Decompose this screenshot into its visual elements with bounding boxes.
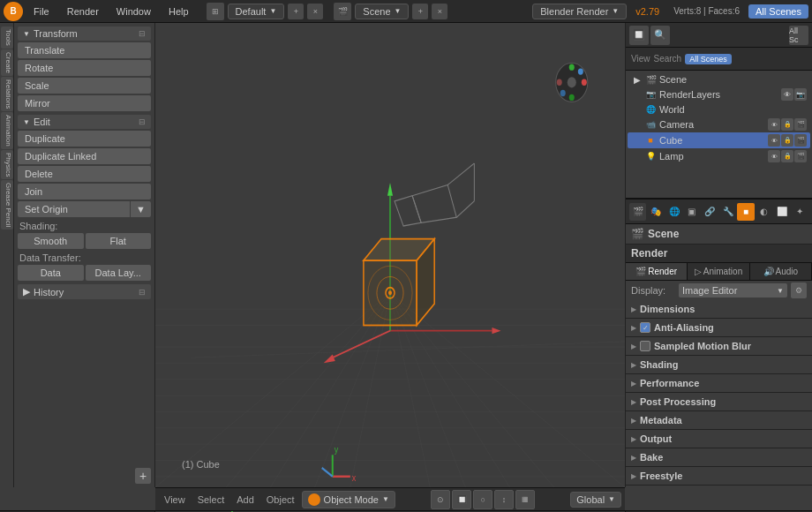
side-tab-tools[interactable]: Tools — [1, 26, 13, 49]
scale-button[interactable]: Scale — [18, 78, 151, 94]
prop-constraints-icon[interactable]: 🔗 — [702, 203, 718, 221]
mirror-button[interactable]: Mirror — [18, 95, 151, 111]
prop-render-icon[interactable]: 🎬 — [629, 203, 646, 221]
duplicate-button[interactable]: Duplicate — [18, 131, 151, 147]
bake-header[interactable]: ▶ Bake — [626, 448, 812, 466]
side-tab-animation[interactable]: Animation — [1, 112, 13, 149]
menu-render[interactable]: Render — [60, 4, 106, 19]
prop-data-icon[interactable]: ■ — [737, 203, 754, 221]
cube-restrict[interactable]: 🔒 — [781, 134, 793, 147]
edit-section-header[interactable]: ▼ Edit ⊟ — [18, 115, 151, 129]
rotate-button[interactable]: Rotate — [18, 60, 151, 76]
render-tab-render[interactable]: 🎬 Render — [626, 263, 688, 280]
transform-section-header[interactable]: ▼ Transform ⊟ — [18, 26, 151, 41]
lamp-render[interactable]: 🎬 — [794, 150, 807, 162]
lamp-eye[interactable]: 👁 — [768, 150, 780, 162]
transform-selector[interactable]: Global ▼ — [570, 492, 621, 508]
history-arrow: ▶ — [23, 286, 30, 297]
motion-blur-header[interactable]: ▶ Sampled Motion Blur — [626, 337, 812, 355]
prop-object-icon[interactable]: ▣ — [683, 203, 700, 221]
scene-camera-icon: 🎬 — [646, 75, 657, 85]
join-button[interactable]: Join — [18, 184, 151, 200]
translate-button[interactable]: Translate — [18, 42, 151, 58]
metadata-header[interactable]: ▶ Metadata — [626, 411, 812, 429]
all-scenes-label[interactable]: All Scenes — [685, 54, 732, 64]
scene-remove-btn[interactable]: × — [432, 4, 447, 19]
lamp-restrict[interactable]: 🔒 — [781, 150, 793, 162]
prop-world-icon[interactable]: 🌐 — [665, 203, 682, 221]
camera-render[interactable]: 🎬 — [794, 118, 807, 131]
menu-window[interactable]: Window — [109, 4, 158, 19]
anti-aliasing-header[interactable]: ▶ ✓ Anti-Aliasing — [626, 319, 812, 336]
side-tab-relations[interactable]: Relations — [1, 77, 13, 111]
smooth-button[interactable]: Smooth — [18, 233, 84, 249]
data-button[interactable]: Data — [18, 265, 84, 281]
engine-selector[interactable]: Blender Render ▼ — [532, 4, 627, 19]
anti-aliasing-checkbox[interactable]: ✓ — [640, 322, 650, 333]
side-tab-create[interactable]: Create — [1, 49, 13, 76]
workspace-selector[interactable]: Default ▼ — [228, 4, 285, 19]
menu-file[interactable]: File — [26, 4, 56, 19]
proportional-btn[interactable]: ○ — [473, 490, 492, 509]
outliner-scene-btn[interactable]: All Sc — [789, 26, 808, 45]
duplicate-linked-button[interactable]: Duplicate Linked — [18, 148, 151, 164]
cube-icon: ■ — [644, 136, 657, 145]
dimensions-header[interactable]: ▶ Dimensions — [626, 300, 812, 318]
outliner-cube[interactable]: ■ Cube 👁 🔒 🎬 — [628, 132, 810, 148]
render-tab-animation[interactable]: ▷ Animation — [688, 263, 749, 280]
view-menu-btn[interactable]: View — [159, 493, 191, 507]
render-tab-icon: 🎬 — [635, 267, 646, 276]
outliner-camera[interactable]: 📹 Camera 👁 🔒 🎬 — [628, 117, 810, 132]
side-tab-physics[interactable]: Physics — [1, 150, 13, 180]
prop-texture-icon[interactable]: ⬜ — [773, 203, 790, 221]
performance-header[interactable]: ▶ Performance — [626, 374, 812, 392]
shading-header[interactable]: ▶ Shading — [626, 356, 812, 373]
delete-button[interactable]: Delete — [18, 166, 151, 182]
set-origin-button[interactable]: Set Origin — [18, 201, 130, 217]
flat-button[interactable]: Flat — [86, 233, 152, 249]
render-tab-audio[interactable]: 🔊 Audio — [750, 263, 812, 280]
side-tab-grease-pencil[interactable]: Grease Pencil — [1, 180, 13, 230]
renderlayers-cam[interactable]: 📷 — [794, 88, 807, 101]
prop-particles-icon[interactable]: ✦ — [792, 203, 808, 221]
menu-help[interactable]: Help — [162, 4, 196, 19]
display-select[interactable]: Image Editor ▼ — [679, 283, 787, 297]
prop-scene-icon[interactable]: 🎭 — [647, 203, 664, 221]
outliner-search-btn[interactable]: 🔍 — [650, 26, 670, 45]
scene-selector[interactable]: Scene ▼ — [355, 4, 409, 19]
outliner-scene[interactable]: ▶ 🎬 Scene — [628, 72, 810, 87]
snap-btn[interactable]: 🔲 — [452, 490, 471, 509]
freestyle-header[interactable]: ▶ Freestyle — [626, 467, 812, 485]
history-section-header[interactable]: ▶ History ⊟ — [18, 284, 151, 299]
cube-eye[interactable]: 👁 — [768, 134, 780, 147]
select-menu-btn[interactable]: Select — [192, 493, 230, 507]
outliner-renderlayers[interactable]: 📷 RenderLayers 👁 📷 — [628, 87, 810, 102]
data-lay-button[interactable]: Data Lay... — [86, 265, 152, 281]
prop-material-icon[interactable]: ◐ — [756, 203, 772, 221]
workspace-add-btn[interactable]: + — [288, 4, 304, 19]
camera-eye[interactable]: 👁 — [768, 118, 780, 131]
add-menu-btn[interactable]: Add — [231, 493, 259, 507]
output-header[interactable]: ▶ Output — [626, 430, 812, 448]
add-panel-button[interactable]: + — [135, 468, 151, 484]
workspace-remove-btn[interactable]: × — [307, 4, 323, 19]
outliner-view-btn[interactable]: 🔲 — [629, 26, 649, 45]
camera-restrict[interactable]: 🔒 — [781, 118, 793, 131]
motion-blur-checkbox[interactable] — [640, 341, 650, 351]
mode-selector[interactable]: Object Mode ▼ — [302, 491, 395, 508]
layers-btn[interactable]: ▦ — [515, 490, 535, 509]
all-scenes-button[interactable]: All Scenes — [748, 4, 808, 19]
scene-add-btn[interactable]: + — [412, 4, 428, 19]
manipulator-btn[interactable]: ↕ — [494, 490, 514, 509]
outliner-lamp[interactable]: 💡 Lamp 👁 🔒 🎬 — [628, 148, 810, 164]
cube-render[interactable]: 🎬 — [794, 134, 807, 147]
set-origin-dropdown[interactable]: ▼ — [130, 201, 151, 217]
outliner-world[interactable]: 🌐 World — [628, 102, 810, 117]
object-menu-btn[interactable]: Object — [261, 493, 300, 507]
renderlayers-eye[interactable]: 👁 — [781, 88, 793, 101]
display-options-btn[interactable]: ⚙ — [791, 282, 807, 298]
pivot-btn[interactable]: ⊙ — [431, 490, 450, 509]
3d-viewport[interactable]: User Persp + — [155, 23, 625, 487]
prop-modifiers-icon[interactable]: 🔧 — [719, 203, 736, 221]
post-processing-header[interactable]: ▶ Post Processing — [626, 393, 812, 410]
